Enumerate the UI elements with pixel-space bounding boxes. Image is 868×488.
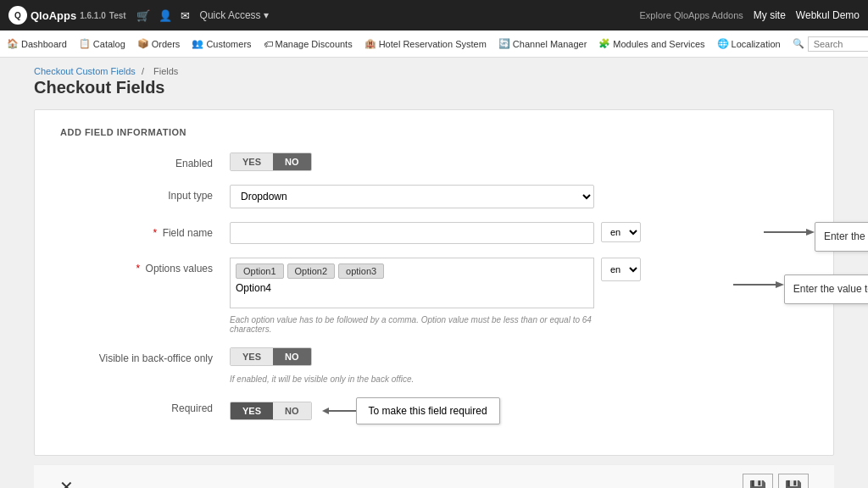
enabled-yes-button[interactable]: YES: [231, 153, 273, 170]
callout-arrow-fieldname: Enter the name of custom field here: [764, 222, 868, 252]
form-card: ADD FIELD INFORMATION Enabled YES NO Inp…: [34, 109, 834, 456]
discounts-icon: 🏷: [264, 39, 273, 49]
breadcrumb-area: Checkout Custom Fields / Fields Checkout…: [0, 58, 868, 101]
nav-customers[interactable]: 👥 Customers: [192, 38, 251, 49]
nav-icons: 🛒 👤 ✉: [136, 9, 190, 22]
hotel-icon: 🏨: [364, 38, 376, 49]
field-name-input[interactable]: [230, 222, 594, 244]
input-type-select[interactable]: Dropdown Text Textarea Radio Checkbox: [230, 185, 594, 208]
option-tag-1[interactable]: Option1: [236, 263, 284, 279]
options-lang[interactable]: en: [601, 258, 641, 281]
enabled-toggle: YES NO: [230, 152, 312, 171]
nav-right: Explore QloApps Addons My site Webkul De…: [640, 9, 860, 21]
mysite-link[interactable]: My site: [754, 9, 786, 21]
save-icon: 💾: [749, 480, 766, 489]
nav-channel[interactable]: 🔄 Channel Manager: [498, 38, 587, 49]
mail-icon[interactable]: ✉: [181, 9, 190, 22]
svg-marker-1: [806, 229, 815, 236]
logo[interactable]: Q QloApps 1.6.1.0 Test: [8, 6, 126, 25]
nav-catalog[interactable]: 📋 Catalog: [79, 38, 125, 49]
options-label: * Options values: [60, 258, 230, 274]
field-name-label: * Field name: [60, 222, 230, 239]
quick-access[interactable]: Quick Access ▾: [200, 9, 269, 21]
enabled-label: Enabled: [60, 152, 230, 169]
nav-dashboard[interactable]: 🏠 Dashboard: [7, 38, 67, 49]
nav-modules[interactable]: 🧩 Modules and Services: [598, 38, 704, 49]
svg-marker-3: [776, 281, 784, 288]
arrow-svg-fieldname: [764, 224, 815, 249]
nav-dashboard-label: Dashboard: [21, 39, 67, 49]
svg-marker-5: [322, 408, 329, 414]
nav-discounts[interactable]: 🏷 Manage Discounts: [264, 39, 353, 49]
search-area: 🔍 ▾ —: [793, 36, 868, 52]
search-input[interactable]: [808, 36, 868, 52]
required-no-button[interactable]: NO: [273, 402, 311, 419]
option-input[interactable]: [236, 282, 588, 294]
account-menu[interactable]: Webkul Demo: [796, 9, 860, 21]
visible-label: Visible in back-office only: [60, 347, 230, 364]
nav-orders[interactable]: 📦 Orders: [137, 38, 181, 49]
required-yes-button[interactable]: YES: [231, 402, 273, 419]
input-type-label: Input type: [60, 185, 230, 202]
visible-help: If enabled, it will be visible only in t…: [230, 374, 594, 384]
version: 1.6.1.0: [80, 11, 106, 20]
nav-localization[interactable]: 🌐 Localization: [717, 38, 781, 49]
nav-channel-label: Channel Manager: [513, 39, 587, 49]
visible-yes-button[interactable]: YES: [231, 348, 273, 365]
field-name-lang[interactable]: en: [601, 222, 641, 242]
required-callout-area: To make this field required: [322, 397, 500, 424]
required-control: YES NO To make this field required: [230, 397, 808, 424]
option-tags: Option1 Option2 option3: [236, 263, 588, 279]
nav-hotel[interactable]: 🏨 Hotel Reservation System: [364, 38, 487, 49]
cart-icon[interactable]: 🛒: [136, 9, 150, 22]
dashboard-icon: 🏠: [7, 38, 19, 49]
explore-link[interactable]: Explore QloApps Addons: [640, 10, 743, 20]
field-name-row: * Field name en Enter the name of custom…: [60, 222, 808, 244]
save-close-icon: 💾: [785, 480, 802, 489]
modules-icon: 🧩: [598, 38, 610, 49]
nav-modules-label: Modules and Services: [613, 39, 704, 49]
nav-hotel-label: Hotel Reservation System: [379, 39, 487, 49]
breadcrumb-current: Fields: [153, 66, 178, 76]
env: Test: [109, 11, 126, 20]
nav-discounts-label: Manage Discounts: [275, 39, 353, 49]
cancel-button[interactable]: ✕: [59, 477, 74, 488]
localization-icon: 🌐: [717, 38, 729, 49]
input-type-row: Input type Dropdown Text Textarea Radio …: [60, 185, 808, 208]
channel-icon: 🔄: [498, 38, 510, 49]
customers-icon: 👥: [192, 38, 203, 49]
nav-localization-label: Localization: [732, 39, 781, 49]
orders-icon: 📦: [137, 38, 149, 49]
save-close-button[interactable]: 💾: [778, 474, 809, 488]
save-button[interactable]: 💾: [743, 474, 773, 488]
callout-dropdown: Enter the value to diplay in drop down f…: [784, 274, 868, 304]
breadcrumb-parent[interactable]: Checkout Custom Fields: [34, 66, 136, 76]
visible-toggle: YES NO: [230, 347, 312, 366]
section-title: ADD FIELD INFORMATION: [60, 127, 808, 137]
option-tag-3[interactable]: option3: [338, 263, 384, 279]
user-icon[interactable]: 👤: [159, 9, 172, 22]
required-label: Required: [60, 397, 230, 414]
option-tag-2[interactable]: Option2: [287, 263, 336, 279]
logo-icon: Q: [8, 6, 27, 25]
main-content: ADD FIELD INFORMATION Enabled YES NO Inp…: [0, 101, 868, 488]
options-control: Option1 Option2 option3 en Each option v…: [230, 258, 808, 334]
breadcrumb-separator: /: [142, 66, 144, 76]
form-actions: ✕ 💾 💾: [34, 464, 834, 488]
field-name-control: en Enter the name of custom field here: [230, 222, 808, 244]
search-icon: 🔍: [793, 38, 804, 49]
required-star: *: [153, 227, 158, 239]
options-inner: Option1 Option2 option3 en: [230, 258, 641, 308]
nav-orders-label: Orders: [152, 39, 181, 49]
input-type-control: Dropdown Text Textarea Radio Checkbox: [230, 185, 808, 208]
callout-field-name: Enter the name of custom field here: [815, 222, 868, 252]
enabled-no-button[interactable]: NO: [273, 153, 311, 170]
required-star2: *: [136, 263, 141, 274]
required-row: Required YES NO To make this field requi…: [60, 397, 808, 424]
catalog-icon: 📋: [79, 38, 91, 49]
visible-no-button[interactable]: NO: [273, 348, 311, 365]
enabled-row: Enabled YES NO: [60, 152, 808, 171]
app-name: QloApps: [31, 9, 76, 22]
options-tags-area[interactable]: Option1 Option2 option3: [230, 258, 594, 308]
save-buttons: 💾 💾: [743, 474, 809, 488]
